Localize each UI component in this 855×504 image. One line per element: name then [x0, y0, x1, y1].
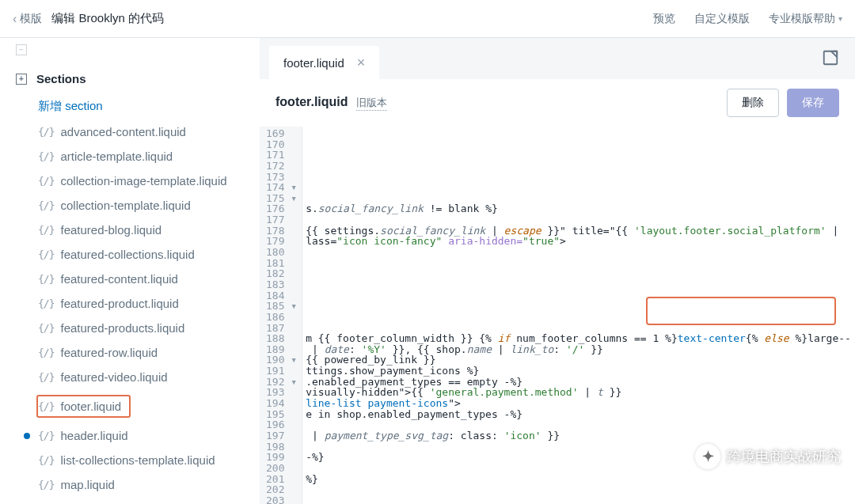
liquid-file-icon: {/}: [38, 150, 54, 162]
code-line: [306, 258, 855, 269]
code-line: [306, 172, 855, 183]
filename-label: footer.liquid: [276, 95, 348, 109]
sidebar-file[interactable]: {/}header.liquid: [0, 423, 260, 448]
liquid-file-icon: {/}: [38, 347, 54, 358]
sidebar-file[interactable]: {/}list-collections-template.liquid: [0, 448, 260, 472]
back-link[interactable]: ‹ 模版: [13, 12, 42, 26]
close-icon[interactable]: ×: [357, 55, 366, 70]
code-line: | payment_type_svg_tag: class: 'icon' }}: [306, 430, 855, 441]
file-toolbar: footer.liquid 旧版本 删除 保存: [260, 79, 855, 127]
svg-rect-0: [824, 51, 838, 65]
code-line: m {{ footer_column_width }} {% if num_fo…: [306, 333, 855, 344]
code-line: lass="icon icon-fancy" aria-hidden="true…: [306, 236, 855, 247]
file-label: collection-template.liquid: [60, 199, 190, 212]
tab-bar: footer.liquid ×: [260, 38, 855, 79]
line-gutter: 169 170 171 172 173 174 ▾175 ▾176 177 17…: [260, 127, 302, 504]
collapse-icon: [16, 44, 27, 55]
sidebar-file[interactable]: {/}featured-blog.liquid: [0, 218, 260, 242]
code-line: {{ settings.social_fancy_link | escape }…: [306, 225, 855, 237]
file-label: footer.liquid: [60, 400, 121, 413]
file-label: featured-products.liquid: [60, 321, 184, 335]
liquid-file-icon: {/}: [38, 454, 54, 466]
sidebar-file[interactable]: {/}featured-collections.liquid: [0, 242, 260, 267]
sidebar-file[interactable]: {/}collection-template.liquid: [0, 193, 260, 218]
liquid-file-icon: {/}: [38, 371, 54, 383]
sidebar-file[interactable]: {/}featured-row.liquid: [0, 340, 260, 365]
liquid-file-icon: {/}: [38, 400, 54, 412]
liquid-file-icon: {/}: [38, 126, 54, 138]
code-line: %}: [306, 474, 855, 485]
sidebar-file[interactable]: {/}advanced-content.liquid: [0, 119, 260, 144]
file-label: featured-blog.liquid: [60, 223, 162, 237]
watermark: ✦ 跨境电商实战研究: [695, 444, 841, 469]
header-left: ‹ 模版 编辑 Brooklyn 的代码: [13, 11, 164, 26]
app-header: ‹ 模版 编辑 Brooklyn 的代码 预览 自定义模版 专业模版帮助 ▾: [0, 0, 855, 38]
file-label: collection-image-template.liquid: [60, 174, 226, 188]
code-line: [306, 268, 855, 279]
code-line: e in shop.enabled_payment_types -%}: [306, 409, 855, 420]
code-line: [306, 247, 855, 258]
save-button[interactable]: 保存: [787, 89, 839, 117]
tab-label: footer.liquid: [283, 56, 344, 70]
preview-link[interactable]: 预览: [653, 12, 675, 26]
sidebar-file[interactable]: {/}featured-content.liquid: [0, 267, 260, 291]
editor-panel: footer.liquid × footer.liquid 旧版本 删除 保存: [260, 38, 855, 504]
file-label: featured-collections.liquid: [60, 248, 194, 261]
page-title: 编辑 Brooklyn 的代码: [51, 11, 164, 26]
filebar-left: footer.liquid 旧版本: [276, 95, 387, 111]
help-dropdown[interactable]: 专业模版帮助 ▾: [769, 12, 842, 26]
filebar-right: 删除 保存: [727, 89, 839, 117]
code-line: [306, 161, 855, 172]
tab-footer[interactable]: footer.liquid ×: [269, 46, 379, 79]
back-label: 模版: [20, 12, 42, 26]
add-section-link[interactable]: 新增 section: [0, 93, 260, 119]
file-sidebar: x Sections 新增 section {/}advanced-conten…: [0, 38, 260, 504]
file-label: featured-row.liquid: [60, 346, 158, 359]
sidebar-file[interactable]: {/}featured-products.liquid: [0, 316, 260, 340]
liquid-file-icon: {/}: [38, 322, 54, 334]
code-line: [306, 193, 855, 204]
sidebar-file[interactable]: {/}map.liquid: [0, 472, 260, 497]
liquid-file-icon: {/}: [38, 224, 54, 236]
section-label: Sections: [36, 72, 86, 85]
file-label: article-template.liquid: [60, 150, 173, 163]
code-line: [306, 495, 855, 504]
old-version-link[interactable]: 旧版本: [356, 96, 387, 111]
file-label: featured-product.liquid: [60, 297, 178, 310]
file-label: list-collections-template.liquid: [60, 453, 215, 467]
customize-link[interactable]: 自定义模版: [694, 12, 750, 26]
sidebar-file[interactable]: {/}featured-product.liquid: [0, 291, 260, 316]
code-line: | date: '%Y' }}, {{ shop.name | link_to:…: [306, 344, 855, 366]
code-line: [306, 182, 855, 193]
file-label: header.liquid: [60, 429, 127, 442]
watermark-text: 跨境电商实战研究: [727, 447, 841, 466]
help-label: 专业模版帮助: [769, 12, 835, 26]
fullscreen-icon[interactable]: [822, 49, 839, 66]
chevron-left-icon: ‹: [13, 12, 17, 26]
wechat-icon: ✦: [695, 444, 720, 469]
sidebar-file[interactable]: {/}featured-video.liquid: [0, 365, 260, 389]
sidebar-file[interactable]: {/}article-template.liquid: [0, 144, 260, 169]
file-list: {/}advanced-content.liquid{/}article-tem…: [0, 119, 260, 497]
liquid-file-icon: {/}: [38, 175, 54, 187]
expand-icon: [16, 74, 27, 85]
code-line: s.social_fancy_link != blank %}: [306, 203, 855, 214]
sidebar-file[interactable]: {/}footer.liquid: [0, 389, 260, 423]
sidebar-file[interactable]: {/}collection-image-template.liquid: [0, 169, 260, 193]
code-line: .enabled_payment_types == empty -%}: [306, 377, 855, 388]
modified-dot-icon: [24, 433, 30, 439]
delete-button[interactable]: 删除: [727, 89, 779, 117]
code-line: [306, 419, 855, 430]
file-label: featured-content.liquid: [60, 272, 177, 286]
code-line: [306, 214, 855, 225]
file-label: map.liquid: [60, 478, 114, 491]
code-line: line-list payment-icons">: [306, 398, 855, 409]
liquid-file-icon: {/}: [38, 248, 54, 260]
file-label: featured-video.liquid: [60, 370, 167, 384]
file-label: advanced-content.liquid: [60, 125, 185, 138]
liquid-file-icon: {/}: [38, 297, 54, 309]
liquid-file-icon: {/}: [38, 430, 54, 441]
header-right: 预览 自定义模版 专业模版帮助 ▾: [653, 12, 842, 26]
sidebar-group-sections[interactable]: Sections: [0, 64, 260, 93]
sidebar-group-collapsed[interactable]: x: [0, 41, 260, 64]
